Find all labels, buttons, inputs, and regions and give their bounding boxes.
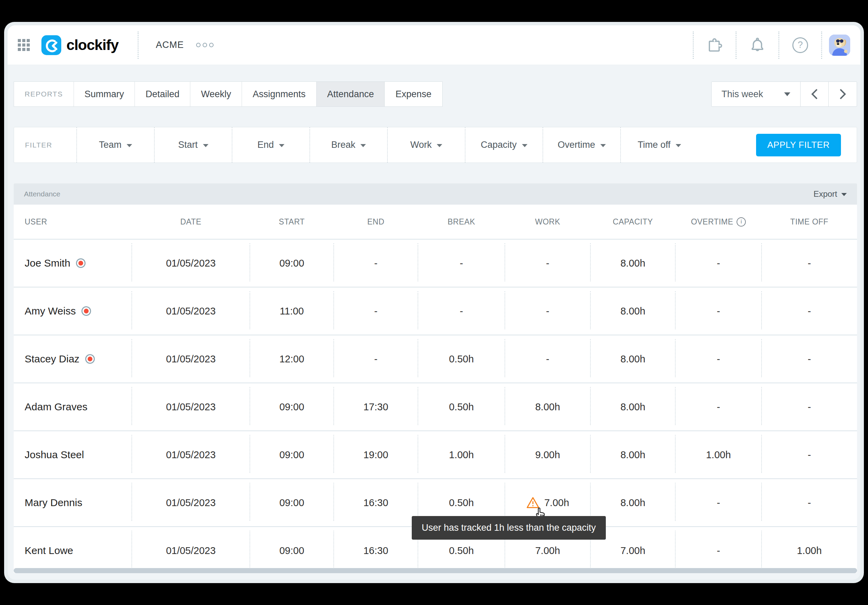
overtime-cell: -: [675, 288, 761, 335]
timeoff-cell: -: [761, 431, 857, 478]
notifications-bell-icon[interactable]: [736, 37, 778, 53]
apps-grid-icon[interactable]: [18, 39, 30, 51]
more-options-icon[interactable]: [196, 43, 214, 47]
overtime-cell: -: [675, 240, 761, 287]
table-row: Amy Weiss 01/05/2023 11:00 - - - 8.00h -…: [14, 288, 857, 335]
table-row: Stacey Diaz 01/05/2023 12:00 - 0.50h - 8…: [14, 335, 857, 383]
overtime-cell: -: [675, 527, 761, 568]
end-cell: -: [334, 335, 418, 382]
filter-break[interactable]: Break: [309, 127, 387, 162]
tab-summary[interactable]: Summary: [74, 82, 135, 107]
start-cell: 09:00: [250, 383, 334, 430]
break-cell: -: [418, 288, 505, 335]
date-cell: 01/05/2023: [132, 479, 250, 526]
user-name: Adam Graves: [25, 401, 87, 413]
break-cell: 0.50h: [418, 335, 505, 382]
timeoff-cell: -: [761, 335, 857, 382]
filter-time-off[interactable]: Time off: [620, 127, 698, 162]
column-header-time-off: TIME OFF: [761, 217, 857, 226]
column-header-overtime: OVERTIMEi: [675, 217, 761, 226]
tab-expense[interactable]: Expense: [384, 82, 442, 107]
date-cell: 01/05/2023: [132, 527, 250, 568]
user-name: Joe Smith: [25, 257, 70, 269]
column-header-work: WORK: [505, 217, 591, 226]
help-icon[interactable]: ?: [780, 37, 821, 53]
tracking-dot-icon: [85, 354, 95, 364]
start-cell: 09:00: [250, 240, 334, 287]
date-cell: 01/05/2023: [132, 288, 250, 335]
user-name: Joshua Steel: [25, 449, 84, 461]
chevron-down-icon: [279, 144, 284, 147]
apply-filter-button[interactable]: APPLY FILTER: [756, 134, 841, 156]
panel-title: Attendance: [24, 190, 60, 198]
chevron-down-icon: [522, 144, 527, 147]
end-cell: 16:30: [334, 527, 418, 568]
report-content: REPORTS SummaryDetailedWeeklyAssignments…: [8, 65, 860, 580]
user-cell: Adam Graves: [14, 383, 132, 430]
tab-attendance[interactable]: Attendance: [316, 82, 385, 107]
top-bar: clockify ACME: [8, 25, 860, 65]
tab-detailed[interactable]: Detailed: [135, 82, 190, 107]
work-cell: 8.00h: [505, 383, 591, 430]
timeoff-cell: -: [761, 240, 857, 287]
filter-capacity[interactable]: Capacity: [465, 127, 542, 162]
capacity-cell: 8.00h: [591, 288, 675, 335]
overtime-cell: -: [675, 479, 761, 526]
filter-overtime[interactable]: Overtime: [542, 127, 620, 162]
workspace-name[interactable]: ACME: [156, 40, 184, 50]
export-button[interactable]: Export: [814, 189, 847, 199]
divider: [138, 31, 139, 59]
user-name: Kent Lowe: [25, 545, 73, 556]
column-header-end: END: [334, 217, 418, 226]
filter-bar: FILTER TeamStartEndBreakWorkCapacityOver…: [14, 127, 857, 163]
start-cell: 09:00: [250, 431, 334, 478]
break-cell: 0.50h: [418, 383, 505, 430]
date-cell: 01/05/2023: [132, 431, 250, 478]
filter-work[interactable]: Work: [387, 127, 465, 162]
capacity-cell: 8.00h: [591, 383, 675, 430]
chevron-down-icon: [784, 92, 790, 96]
period-select[interactable]: This week: [711, 82, 801, 107]
filter-team[interactable]: Team: [76, 127, 154, 162]
tracking-dot-icon: [81, 306, 91, 316]
chevron-down-icon: [360, 144, 366, 147]
work-cell: -: [505, 240, 591, 287]
filter-start[interactable]: Start: [154, 127, 232, 162]
user-name: Stacey Diaz: [25, 353, 79, 365]
filter-end[interactable]: End: [232, 127, 309, 162]
chevron-down-icon: [437, 144, 442, 147]
info-icon[interactable]: i: [736, 217, 746, 226]
user-name: Mary Dennis: [25, 497, 82, 509]
work-cell: -: [505, 335, 591, 382]
avatar[interactable]: [829, 34, 850, 56]
tabs-section-label: REPORTS: [14, 82, 74, 107]
chevron-down-icon: [676, 144, 681, 147]
extensions-puzzle-icon[interactable]: [694, 37, 736, 53]
period-select-value: This week: [722, 89, 763, 100]
work-cell: -: [505, 288, 591, 335]
timeoff-cell: -: [761, 479, 857, 526]
tracking-dot-icon: [76, 258, 85, 268]
user-cell: Mary Dennis: [14, 479, 132, 526]
end-cell: -: [334, 288, 418, 335]
timeoff-cell: -: [761, 288, 857, 335]
timeoff-cell: -: [761, 383, 857, 430]
user-cell: Amy Weiss: [14, 288, 132, 335]
end-cell: 19:00: [334, 431, 418, 478]
horizontal-scrollbar[interactable]: [14, 568, 857, 573]
chevron-down-icon: [127, 144, 132, 147]
clockify-logo-icon[interactable]: [42, 35, 61, 55]
previous-period-button[interactable]: [801, 82, 829, 107]
warning-triangle-icon[interactable]: [526, 496, 540, 509]
overtime-cell: 1.00h: [675, 431, 761, 478]
tab-assignments[interactable]: Assignments: [242, 82, 316, 107]
column-header-start: START: [250, 217, 334, 226]
tab-weekly[interactable]: Weekly: [190, 82, 242, 107]
table-body: User has tracked 1h less than the capaci…: [14, 240, 857, 568]
next-period-button[interactable]: [829, 82, 857, 107]
start-cell: 09:00: [250, 479, 334, 526]
start-cell: 09:00: [250, 527, 334, 568]
column-header-date: DATE: [132, 217, 250, 226]
column-header-break: BREAK: [418, 217, 505, 226]
chevron-down-icon: [203, 144, 208, 147]
